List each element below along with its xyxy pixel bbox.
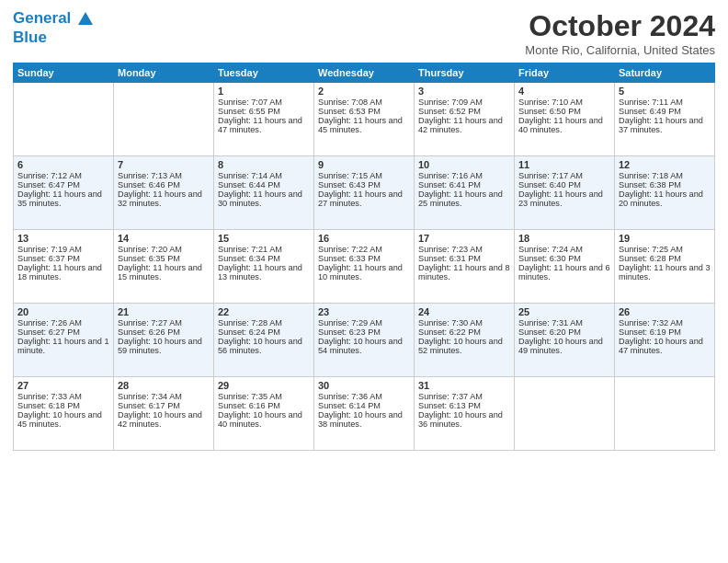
- day-number: 1: [218, 86, 310, 97]
- day-info: Sunset: 6:14 PM: [318, 401, 410, 410]
- day-info: Sunrise: 7:16 AM: [418, 171, 510, 180]
- table-row: 17Sunrise: 7:23 AMSunset: 6:31 PMDayligh…: [415, 230, 515, 304]
- day-number: 3: [418, 86, 510, 97]
- day-number: 19: [619, 233, 711, 244]
- day-number: 25: [518, 306, 610, 317]
- table-row: [14, 83, 114, 156]
- day-info: Sunrise: 7:26 AM: [17, 318, 109, 327]
- day-info: Sunset: 6:27 PM: [17, 327, 109, 337]
- col-monday: Monday: [114, 63, 214, 83]
- day-info: Sunset: 6:30 PM: [518, 254, 610, 263]
- table-row: 26Sunrise: 7:32 AMSunset: 6:19 PMDayligh…: [615, 304, 715, 377]
- day-info: Daylight: 11 hours and 32 minutes.: [118, 190, 210, 208]
- day-info: Sunset: 6:41 PM: [418, 180, 510, 190]
- day-info: Daylight: 10 hours and 59 minutes.: [118, 337, 210, 355]
- day-info: Sunset: 6:46 PM: [118, 180, 210, 190]
- header-row: Sunday Monday Tuesday Wednesday Thursday…: [14, 63, 715, 83]
- table-row: 1Sunrise: 7:07 AMSunset: 6:55 PMDaylight…: [214, 83, 314, 156]
- day-info: Sunset: 6:40 PM: [518, 180, 610, 190]
- day-info: Sunrise: 7:20 AM: [118, 245, 210, 254]
- day-info: Daylight: 10 hours and 47 minutes.: [619, 337, 711, 355]
- day-info: Daylight: 11 hours and 10 minutes.: [318, 263, 410, 282]
- day-info: Daylight: 11 hours and 20 minutes.: [619, 190, 711, 208]
- day-info: Sunset: 6:20 PM: [518, 327, 610, 337]
- day-info: Sunset: 6:50 PM: [518, 107, 610, 116]
- day-info: Sunset: 6:18 PM: [17, 401, 109, 410]
- day-info: Sunrise: 7:14 AM: [218, 171, 310, 180]
- day-info: Sunset: 6:34 PM: [218, 254, 310, 263]
- day-info: Sunset: 6:43 PM: [318, 180, 410, 190]
- table-row: 23Sunrise: 7:29 AMSunset: 6:23 PMDayligh…: [314, 304, 415, 377]
- day-number: 14: [118, 233, 210, 244]
- table-row: 20Sunrise: 7:26 AMSunset: 6:27 PMDayligh…: [14, 304, 114, 377]
- day-number: 24: [418, 306, 510, 317]
- table-row: 6Sunrise: 7:12 AMSunset: 6:47 PMDaylight…: [14, 156, 114, 230]
- col-wednesday: Wednesday: [314, 63, 415, 83]
- header: General Blue October 2024 Monte Rio, Cal…: [13, 9, 715, 57]
- table-row: 22Sunrise: 7:28 AMSunset: 6:24 PMDayligh…: [214, 304, 314, 377]
- day-info: Sunrise: 7:12 AM: [17, 171, 109, 180]
- day-info: Sunset: 6:17 PM: [118, 401, 210, 410]
- table-row: 14Sunrise: 7:20 AMSunset: 6:35 PMDayligh…: [114, 230, 214, 304]
- day-number: 16: [318, 233, 410, 244]
- day-info: Daylight: 11 hours and 15 minutes.: [118, 263, 210, 282]
- day-number: 8: [218, 159, 310, 170]
- day-info: Daylight: 11 hours and 35 minutes.: [17, 190, 109, 208]
- table-row: 15Sunrise: 7:21 AMSunset: 6:34 PMDayligh…: [214, 230, 314, 304]
- day-info: Sunrise: 7:18 AM: [619, 171, 711, 180]
- day-info: Daylight: 11 hours and 3 minutes.: [619, 263, 711, 282]
- day-info: Sunset: 6:53 PM: [318, 107, 410, 116]
- table-row: 31Sunrise: 7:37 AMSunset: 6:13 PMDayligh…: [415, 377, 515, 451]
- day-number: 2: [318, 86, 410, 97]
- col-sunday: Sunday: [14, 63, 114, 83]
- day-info: Sunset: 6:49 PM: [619, 107, 711, 116]
- day-number: 17: [418, 233, 510, 244]
- day-info: Sunset: 6:55 PM: [218, 107, 310, 116]
- day-info: Sunrise: 7:27 AM: [118, 318, 210, 327]
- day-number: 22: [218, 306, 310, 317]
- table-row: [515, 377, 615, 451]
- day-info: Sunrise: 7:22 AM: [318, 245, 410, 254]
- logo: General Blue: [13, 9, 95, 46]
- table-row: 8Sunrise: 7:14 AMSunset: 6:44 PMDaylight…: [214, 156, 314, 230]
- day-info: Daylight: 10 hours and 38 minutes.: [318, 410, 410, 429]
- day-number: 12: [619, 159, 711, 170]
- day-info: Sunrise: 7:09 AM: [418, 98, 510, 107]
- table-row: 4Sunrise: 7:10 AMSunset: 6:50 PMDaylight…: [515, 83, 615, 156]
- day-info: Sunrise: 7:29 AM: [318, 318, 410, 327]
- calendar-body: 1Sunrise: 7:07 AMSunset: 6:55 PMDaylight…: [14, 83, 715, 451]
- day-info: Sunset: 6:35 PM: [118, 254, 210, 263]
- table-row: 13Sunrise: 7:19 AMSunset: 6:37 PMDayligh…: [14, 230, 114, 304]
- day-info: Sunset: 6:31 PM: [418, 254, 510, 263]
- day-number: 9: [318, 159, 410, 170]
- table-row: 5Sunrise: 7:11 AMSunset: 6:49 PMDaylight…: [615, 83, 715, 156]
- day-info: Sunrise: 7:33 AM: [17, 392, 109, 401]
- day-number: 31: [418, 380, 510, 391]
- day-number: 28: [118, 380, 210, 391]
- day-number: 18: [518, 233, 610, 244]
- day-info: Sunset: 6:44 PM: [218, 180, 310, 190]
- day-info: Sunrise: 7:15 AM: [318, 171, 410, 180]
- day-info: Sunset: 6:16 PM: [218, 401, 310, 410]
- day-info: Sunset: 6:52 PM: [418, 107, 510, 116]
- table-row: 27Sunrise: 7:33 AMSunset: 6:18 PMDayligh…: [14, 377, 114, 451]
- day-info: Daylight: 10 hours and 36 minutes.: [418, 410, 510, 429]
- day-info: Daylight: 11 hours and 13 minutes.: [218, 263, 310, 282]
- table-row: 12Sunrise: 7:18 AMSunset: 6:38 PMDayligh…: [615, 156, 715, 230]
- day-number: 4: [518, 86, 610, 97]
- day-info: Sunrise: 7:13 AM: [118, 171, 210, 180]
- day-info: Sunset: 6:23 PM: [318, 327, 410, 337]
- day-info: Daylight: 11 hours and 25 minutes.: [418, 190, 510, 208]
- day-number: 27: [17, 380, 109, 391]
- day-info: Daylight: 10 hours and 56 minutes.: [218, 337, 310, 355]
- table-row: 11Sunrise: 7:17 AMSunset: 6:40 PMDayligh…: [515, 156, 615, 230]
- svg-marker-0: [78, 12, 93, 25]
- day-number: 21: [118, 306, 210, 317]
- day-number: 13: [17, 233, 109, 244]
- day-info: Daylight: 11 hours and 45 minutes.: [318, 116, 410, 134]
- day-info: Daylight: 10 hours and 52 minutes.: [418, 337, 510, 355]
- day-info: Sunrise: 7:17 AM: [518, 171, 610, 180]
- day-number: 15: [218, 233, 310, 244]
- day-info: Daylight: 11 hours and 23 minutes.: [518, 190, 610, 208]
- day-number: 23: [318, 306, 410, 317]
